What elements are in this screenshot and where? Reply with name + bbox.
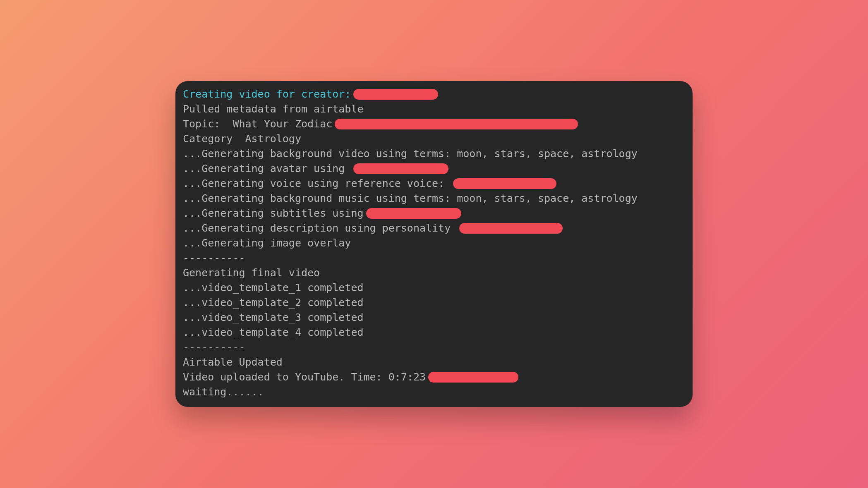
terminal-text: Pulled metadata from airtable — [183, 102, 364, 117]
terminal-line: ...video_template_3 completed — [183, 310, 685, 325]
terminal-text: Creating video for creator: — [183, 87, 351, 102]
terminal-text: Video uploaded to YouTube. Time: 0:7:23 — [183, 370, 426, 385]
redaction-bar — [366, 208, 461, 219]
redaction-bar — [459, 223, 563, 234]
terminal-text: ...Generating background video using ter… — [183, 146, 638, 161]
terminal-line: Topic: What Your Zodiac — [183, 117, 685, 132]
terminal-text: ...video_template_1 completed — [183, 280, 364, 295]
terminal-line: ...Generating image overlay — [183, 236, 685, 251]
terminal-text: ...video_template_4 completed — [183, 325, 364, 340]
terminal-line: ---------- — [183, 340, 685, 355]
terminal-text: ...Generating avatar using — [183, 161, 351, 176]
terminal-text: Topic: What Your Zodiac — [183, 117, 332, 132]
terminal-line: ...video_template_2 completed — [183, 295, 685, 310]
terminal-text: ...Generating description using personal… — [183, 221, 457, 236]
terminal-text: ...Generating voice using reference voic… — [183, 176, 451, 191]
terminal-text: ...Generating subtitles using — [183, 206, 364, 221]
terminal-line: ---------- — [183, 251, 685, 266]
terminal-text: ---------- — [183, 340, 245, 355]
terminal-text: ...video_template_3 completed — [183, 310, 364, 325]
terminal-text: Generating final video — [183, 266, 320, 280]
terminal-line: ...video_template_1 completed — [183, 280, 685, 295]
redaction-bar — [428, 372, 518, 383]
terminal-text: waiting...... — [183, 385, 264, 399]
terminal-window: Creating video for creator:Pulled metada… — [175, 81, 693, 407]
terminal-line: ...Generating description using personal… — [183, 221, 685, 236]
terminal-text: Airtable Updated — [183, 355, 283, 370]
terminal-line: waiting...... — [183, 385, 685, 399]
terminal-line: ...Generating background video using ter… — [183, 146, 685, 161]
terminal-line: ...Generating avatar using — [183, 161, 685, 176]
terminal-text: ---------- — [183, 251, 245, 266]
terminal-text: ...Generating background music using ter… — [183, 191, 638, 206]
terminal-text: ...Generating image overlay — [183, 236, 351, 251]
terminal-output: Creating video for creator:Pulled metada… — [183, 87, 685, 399]
terminal-line: ...Generating subtitles using — [183, 206, 685, 221]
terminal-line: ...Generating voice using reference voic… — [183, 176, 685, 191]
terminal-line: Airtable Updated — [183, 355, 685, 370]
terminal-line: Pulled metadata from airtable — [183, 102, 685, 117]
terminal-text: ...video_template_2 completed — [183, 295, 364, 310]
terminal-line: Category Astrology — [183, 132, 685, 146]
redaction-bar — [353, 89, 438, 100]
terminal-line: Video uploaded to YouTube. Time: 0:7:23 — [183, 370, 685, 385]
redaction-bar — [453, 178, 556, 189]
terminal-line: ...Generating background music using ter… — [183, 191, 685, 206]
terminal-line: Creating video for creator: — [183, 87, 685, 102]
redaction-bar — [335, 119, 578, 129]
redaction-bar — [353, 163, 448, 174]
terminal-line: Generating final video — [183, 266, 685, 280]
terminal-text: Category Astrology — [183, 132, 301, 146]
terminal-line: ...video_template_4 completed — [183, 325, 685, 340]
